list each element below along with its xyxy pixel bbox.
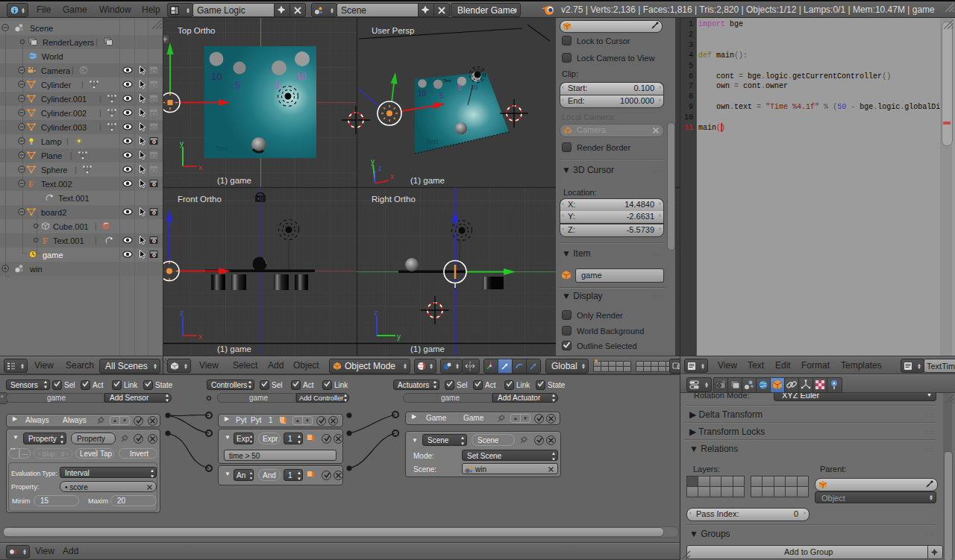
svg-text:x: x (198, 333, 202, 341)
svg-text:10: 10 (295, 71, 306, 82)
svg-text:5: 5 (275, 80, 280, 91)
svg-text:|: | (99, 123, 101, 131)
svg-text:|: | (81, 81, 84, 89)
svg-text:Camera: Camera (41, 66, 71, 75)
svg-text:Text: Text (240, 226, 253, 233)
svg-text:win: win (29, 265, 43, 274)
svg-text:Text.001: Text.001 (58, 194, 90, 203)
svg-text:5: 5 (439, 92, 444, 100)
svg-text:Text: Text (443, 78, 451, 83)
svg-text:x: x (198, 163, 202, 172)
svg-text:Top Ortho: Top Ortho (178, 26, 216, 35)
svg-text:F: F (43, 236, 48, 246)
svg-text:|: | (66, 137, 69, 145)
svg-text:board2: board2 (41, 208, 66, 217)
svg-text:RenderLayers: RenderLayers (43, 38, 95, 47)
svg-text:F: F (28, 179, 34, 189)
svg-text:Cylinder.003: Cylinder.003 (41, 123, 87, 132)
svg-text:|: | (95, 222, 97, 230)
svg-text:|: | (99, 109, 101, 117)
svg-text:(1) game: (1) game (410, 345, 445, 353)
svg-text:Text.002: Text.002 (41, 180, 72, 189)
svg-text:|: | (72, 66, 74, 75)
svg-text:World: World (42, 52, 63, 61)
svg-text:Cube.001: Cube.001 (53, 222, 89, 231)
svg-text:z: z (374, 309, 378, 317)
svg-text:Cylinder.001: Cylinder.001 (41, 95, 87, 104)
svg-text:Plane: Plane (41, 151, 62, 160)
svg-text:Text: Text (426, 138, 439, 145)
svg-text:(1) game: (1) game (217, 345, 251, 353)
svg-text:10: 10 (418, 89, 427, 98)
svg-text:|: | (99, 95, 101, 103)
svg-text:Lamp: Lamp (41, 137, 62, 146)
svg-text:Front Ortho: Front Ortho (178, 195, 222, 204)
svg-text:Sphere: Sphere (41, 166, 67, 174)
svg-text:game: game (43, 251, 63, 259)
svg-text:Right Ortho: Right Ortho (372, 195, 416, 204)
svg-text:y: y (397, 333, 401, 341)
svg-text:Text: Text (216, 145, 228, 152)
svg-text:|: | (70, 151, 72, 160)
svg-text:|: | (95, 236, 97, 245)
svg-text:10: 10 (211, 71, 222, 82)
svg-text:(1) game: (1) game (410, 176, 445, 185)
svg-text:z: z (378, 164, 382, 172)
svg-text:|: | (96, 38, 98, 46)
svg-text:(1) game: (1) game (217, 176, 251, 185)
svg-text:y: y (371, 157, 375, 166)
svg-text:Scene: Scene (30, 24, 53, 33)
svg-text:Cylinder: Cylinder (41, 81, 72, 89)
svg-text:Text.001: Text.001 (53, 236, 84, 245)
svg-text:10: 10 (470, 83, 478, 91)
svg-text:y: y (180, 139, 184, 148)
svg-text:x: x (390, 172, 394, 180)
svg-text:5: 5 (457, 84, 462, 92)
svg-text:|: | (75, 166, 77, 174)
svg-text:5: 5 (235, 80, 240, 91)
svg-text:Cylinder.002: Cylinder.002 (41, 109, 87, 118)
svg-text:z: z (180, 309, 184, 317)
svg-text:User Persp: User Persp (372, 26, 415, 35)
